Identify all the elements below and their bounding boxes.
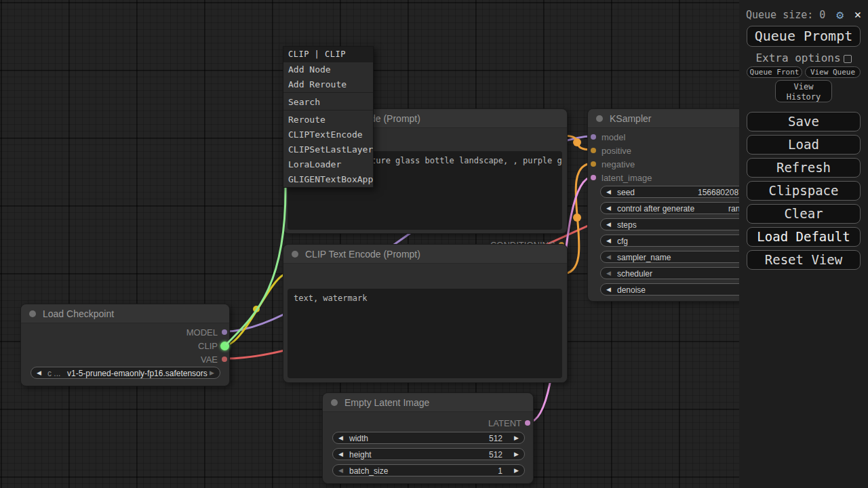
widget-value: v1-5-pruned-emaonly-fp16.safetensors [67, 369, 208, 378]
queue-front-button[interactable]: Queue Front [747, 66, 802, 78]
node-title: KSampler [610, 113, 651, 124]
latent-output-label: LATENT [488, 418, 521, 428]
widget-label: seed [617, 188, 635, 197]
model-output-dot[interactable] [222, 329, 227, 335]
menu-item-cliptextencode[interactable]: CLIPTextEncode [283, 127, 373, 142]
menu-item-add-reroute[interactable]: Add Reroute [283, 77, 373, 92]
decrement-icon[interactable]: ◀ [338, 451, 343, 458]
load-default-button[interactable]: Load Default [747, 227, 861, 247]
decrement-icon[interactable]: ◀ [606, 270, 611, 277]
widget-label: control after generate [617, 204, 694, 214]
widget-value: 512 [489, 434, 502, 443]
menu-item-add-node[interactable]: Add Node [283, 62, 373, 77]
width-widget[interactable]: ◀ width 512 ▶ [332, 432, 525, 444]
latent-output-dot[interactable] [525, 420, 530, 426]
widget-label: steps [617, 220, 637, 230]
node-header[interactable]: CLIP Text Encode (Prompt) [283, 245, 567, 264]
ckpt-name-widget[interactable]: ◀ c ... v1-5-pruned-emaonly-fp16.safeten… [31, 367, 220, 379]
node-header[interactable]: Empty Latent Image [323, 393, 533, 412]
vae-output-label: VAE [201, 354, 218, 365]
decrement-icon[interactable]: ◀ [606, 221, 611, 228]
widget-label: denoise [617, 285, 646, 295]
height-widget[interactable]: ◀ height 512 ▶ [332, 448, 525, 460]
widget-value: 512 [489, 450, 502, 460]
clear-button[interactable]: Clear [747, 204, 861, 224]
batch-size-widget[interactable]: ◀ batch_size 1 ▶ [332, 464, 525, 476]
load-button[interactable]: Load [747, 135, 861, 155]
queue-size-label: Queue size: 0 [746, 9, 825, 21]
collapse-dot-icon[interactable] [331, 399, 338, 406]
close-icon[interactable]: ✕ [854, 7, 861, 21]
view-history-button[interactable]: View History [775, 80, 832, 102]
widget-value: 1566802087 [698, 188, 743, 197]
node-clip-text-encode-negative[interactable]: CLIP Text Encode (Prompt) clip CONDITION… [283, 244, 568, 383]
extra-options-label: Extra options [755, 52, 840, 64]
model-input-label: model [601, 132, 625, 142]
save-button[interactable]: Save [747, 112, 861, 131]
node-title: CLIP Text Encode (Prompt) [305, 249, 420, 260]
decrement-icon[interactable]: ◀ [606, 237, 611, 244]
widget-label: width [349, 434, 368, 443]
decrement-icon[interactable]: ◀ [606, 205, 611, 211]
clip-output-dot-active[interactable] [220, 342, 229, 350]
refresh-button[interactable]: Refresh [747, 158, 861, 178]
view-history-line1: View [776, 82, 831, 92]
clipspace-button[interactable]: Clipspace [747, 181, 861, 201]
positive-input-label: positive [601, 146, 631, 156]
widget-label: height [349, 450, 372, 460]
menu-item-search[interactable]: Search [283, 95, 373, 110]
extra-options-checkbox[interactable] [844, 55, 852, 63]
view-queue-button[interactable]: View Queue [805, 66, 861, 78]
decrement-icon[interactable]: ◀ [606, 188, 611, 195]
prompt-text: ture glass bottle landscape, , purple ga… [371, 156, 562, 165]
decrement-icon[interactable]: ◀ [338, 434, 343, 441]
reset-view-button[interactable]: Reset View [747, 250, 861, 270]
widget-label: scheduler [617, 269, 652, 279]
menu-item-reroute[interactable]: Reroute [283, 113, 373, 127]
menu-item-clipsetlastlayer[interactable]: CLIPSetLastLayer [283, 142, 373, 157]
latent-image-input-dot[interactable] [591, 175, 596, 180]
positive-input-dot[interactable] [591, 148, 596, 153]
decrement-icon[interactable]: ◀ [606, 253, 611, 260]
node-load-checkpoint[interactable]: Load Checkpoint MODEL CLIP VAE ◀ c ... v… [20, 304, 230, 386]
view-history-line2: History [776, 92, 831, 102]
increment-icon[interactable]: ▶ [514, 467, 519, 474]
context-menu: CLIP | CLIP Add Node Add Reroute Search … [283, 46, 374, 188]
menu-item-gligentextboxapply[interactable]: GLIGENTextBoxApply [283, 172, 373, 187]
settings-gear-icon[interactable]: ⚙ [836, 7, 844, 22]
node-header[interactable]: Load Checkpoint [21, 304, 229, 323]
model-output-label: MODEL [186, 327, 218, 338]
collapse-dot-icon[interactable] [596, 115, 603, 122]
collapse-dot-icon[interactable] [292, 251, 298, 258]
widget-label: sampler_name [617, 253, 671, 262]
model-input-dot[interactable] [591, 134, 596, 140]
increment-icon[interactable]: ▶ [514, 434, 519, 441]
decrement-icon[interactable]: ◀ [338, 467, 343, 474]
negative-input-label: negative [601, 159, 635, 169]
queue-prompt-button[interactable]: Queue Prompt [747, 26, 861, 47]
negative-input-dot[interactable] [591, 161, 596, 167]
extra-options-row: Extra options [739, 52, 868, 64]
latent-image-input-label: latent_image [601, 173, 652, 183]
node-title: Empty Latent Image [344, 397, 429, 408]
widget-label: cfg [617, 237, 628, 246]
node-title: Load Checkpoint [43, 308, 114, 319]
next-checkpoint-icon[interactable]: ▶ [210, 369, 214, 376]
increment-icon[interactable]: ▶ [514, 451, 519, 458]
widget-label: c ... [47, 369, 60, 378]
collapse-dot-icon[interactable] [29, 310, 36, 317]
widget-value: 1 [498, 466, 502, 476]
prompt-text: text, watermark [294, 293, 367, 303]
clip-output-label: CLIP [198, 341, 218, 351]
vae-output-dot[interactable] [222, 357, 227, 362]
comfy-menu-panel: Queue size: 0 ⚙ ✕ Queue Prompt Extra opt… [739, 0, 868, 488]
node-empty-latent-image[interactable]: Empty Latent Image LATENT ◀ width 512 ▶ … [322, 392, 534, 484]
context-menu-title: CLIP | CLIP [283, 47, 373, 62]
prev-checkpoint-icon[interactable]: ◀ [37, 369, 41, 376]
menu-item-loraloader[interactable]: LoraLoader [283, 157, 373, 172]
widget-label: batch_size [349, 466, 388, 476]
decrement-icon[interactable]: ◀ [606, 286, 611, 293]
prompt-textarea[interactable]: text, watermark [288, 289, 562, 378]
